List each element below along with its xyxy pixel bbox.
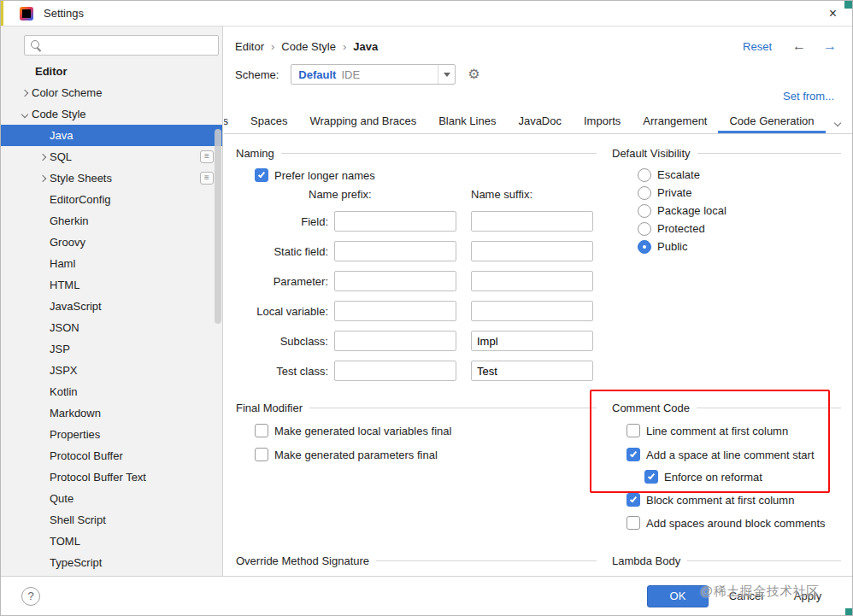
tab-javadoc[interactable]: JavaDoc <box>507 109 573 133</box>
sidebar-item-html[interactable]: HTML <box>1 274 222 296</box>
radio-button[interactable] <box>638 204 651 218</box>
chevron-down-icon[interactable] <box>18 112 32 117</box>
sidebar-item-java[interactable]: Java <box>1 125 222 146</box>
checkbox-add-space-at-line-comment-start[interactable]: Add a space at line comment start <box>612 447 841 462</box>
sidebar-item-jsp[interactable]: JSP <box>1 338 222 360</box>
checkbox-box[interactable] <box>627 516 640 530</box>
close-icon[interactable]: × <box>829 5 837 22</box>
sidebar-item-toml[interactable]: TOML <box>1 531 222 552</box>
sidebar-item-gherkin[interactable]: Gherkin <box>1 210 222 232</box>
field-suffix-input[interactable] <box>471 211 593 232</box>
sidebar-scrollbar[interactable] <box>215 129 221 324</box>
tab-spaces[interactable]: Spaces <box>239 109 298 133</box>
radio-escalate[interactable]: Escalate <box>612 166 841 184</box>
checkbox-label[interactable]: Make generated local variables final <box>274 425 451 437</box>
sidebar-item-editor[interactable]: Editor <box>1 61 222 82</box>
checkbox-add-spaces-around-block-comments[interactable]: Add spaces around block comments <box>612 515 841 531</box>
checkbox-label[interactable]: Enforce on reformat <box>664 471 762 484</box>
checkbox-block-comment-at-first-column[interactable]: Block comment at first column <box>612 492 841 507</box>
set-from-link[interactable]: Set from... <box>783 90 834 103</box>
radio-protected[interactable]: Protected <box>612 220 841 238</box>
subclass-suffix-input[interactable] <box>471 331 593 351</box>
help-icon[interactable]: ? <box>21 587 40 606</box>
field-prefix-input[interactable] <box>334 211 456 232</box>
local-variable-prefix-input[interactable] <box>334 301 456 321</box>
radio-private[interactable]: Private <box>612 184 841 202</box>
checkbox-label[interactable]: Add spaces around block comments <box>646 517 826 530</box>
tab-arrangement[interactable]: Arrangement <box>632 109 718 133</box>
test-class-suffix-input[interactable] <box>471 361 593 381</box>
checkbox-box[interactable] <box>627 424 640 437</box>
chevron-right-icon[interactable] <box>18 91 32 96</box>
sidebar-item-kotlin[interactable]: Kotlin <box>1 381 222 402</box>
parameter-prefix-input[interactable] <box>334 271 456 291</box>
checkbox-label[interactable]: Line comment at first column <box>646 425 788 437</box>
sidebar-item-haml[interactable]: Haml <box>1 253 222 274</box>
tab-code-generation[interactable]: Code Generation <box>718 109 825 133</box>
ok-button[interactable]: OK <box>647 585 709 607</box>
tab-tabs-and-indents[interactable]: Tabs and Indents <box>224 109 239 133</box>
back-arrow-icon[interactable]: ← <box>792 39 806 53</box>
radio-label[interactable]: Package local <box>657 204 727 217</box>
sidebar-item-shell-script[interactable]: Shell Script <box>1 509 222 531</box>
radio-package-local[interactable]: Package local <box>612 202 841 220</box>
sidebar-item-groovy[interactable]: Groovy <box>1 232 222 253</box>
sidebar-item-qute[interactable]: Qute <box>1 488 222 509</box>
tab-wrapping-and-braces[interactable]: Wrapping and Braces <box>298 109 427 133</box>
dropdown-arrow-icon[interactable] <box>438 65 455 84</box>
local-variable-suffix-input[interactable] <box>471 301 593 321</box>
sidebar-item-properties[interactable]: Properties <box>1 424 222 445</box>
checkbox-label[interactable]: Block comment at first column <box>646 494 794 507</box>
checkbox-box[interactable] <box>627 493 640 507</box>
static-field-suffix-input[interactable] <box>471 241 593 261</box>
checkbox-enforce-on-reformat[interactable]: Enforce on reformat <box>612 469 841 484</box>
sidebar-item-markdown[interactable]: Markdown <box>1 402 222 424</box>
test-class-prefix-input[interactable] <box>334 361 456 381</box>
sidebar-item-typescript[interactable]: TypeScript <box>1 552 222 573</box>
checkbox-box[interactable] <box>255 448 268 461</box>
radio-button[interactable] <box>638 168 651 182</box>
sidebar-item-protocol-buffer-text[interactable]: Protocol Buffer Text <box>1 466 222 488</box>
radio-button[interactable] <box>638 186 651 200</box>
parameter-suffix-input[interactable] <box>471 271 593 291</box>
radio-public[interactable]: Public <box>612 238 841 255</box>
radio-label[interactable]: Protected <box>657 222 705 235</box>
checkbox-box[interactable] <box>627 448 640 461</box>
sidebar-item-editorconfig[interactable]: EditorConfig <box>1 189 222 210</box>
chevron-right-icon[interactable] <box>36 155 50 160</box>
subclass-prefix-input[interactable] <box>334 331 456 351</box>
scheme-select[interactable]: Default IDE <box>291 64 456 85</box>
checkbox-label[interactable]: Add a space at line comment start <box>646 449 815 461</box>
search-input[interactable] <box>24 35 219 56</box>
chevron-right-icon[interactable] <box>36 176 50 181</box>
checkbox-line-comment-at-first-column[interactable]: Line comment at first column <box>612 423 841 438</box>
sidebar-item-style-sheets[interactable]: Style Sheets≡ <box>1 167 222 189</box>
forward-arrow-icon[interactable]: → <box>823 39 837 53</box>
gear-icon[interactable]: ⚙ <box>468 67 479 82</box>
checkbox-label[interactable]: Prefer longer names <box>274 169 375 182</box>
sidebar-item-javascript[interactable]: JavaScript <box>1 296 222 317</box>
sidebar-item-protocol-buffer[interactable]: Protocol Buffer <box>1 445 222 466</box>
sidebar-item-jspx[interactable]: JSPX <box>1 360 222 381</box>
tab-imports[interactable]: Imports <box>573 109 632 133</box>
checkbox-make-generated-parameters-final[interactable]: Make generated parameters final <box>236 447 597 462</box>
radio-label[interactable]: Public <box>657 240 687 253</box>
reset-link[interactable]: Reset <box>743 40 772 53</box>
sidebar-item-color-scheme[interactable]: Color Scheme <box>1 82 222 103</box>
apply-button[interactable]: Apply <box>784 585 832 607</box>
radio-button[interactable] <box>638 240 651 254</box>
tab-blank-lines[interactable]: Blank Lines <box>427 109 507 133</box>
sidebar-item-sql[interactable]: SQL≡ <box>1 146 222 167</box>
radio-label[interactable]: Escalate <box>657 168 700 181</box>
radio-label[interactable]: Private <box>657 186 691 199</box>
checkbox-prefer-longer-names[interactable]: Prefer longer names <box>236 167 597 183</box>
checkbox-label[interactable]: Make generated parameters final <box>274 449 438 461</box>
static-field-prefix-input[interactable] <box>334 241 456 261</box>
checkbox-make-generated-local-variables-final[interactable]: Make generated local variables final <box>236 423 597 438</box>
sidebar-item-json[interactable]: JSON <box>1 317 222 338</box>
checkbox-box[interactable] <box>255 168 268 182</box>
tabs-overflow-icon[interactable] <box>831 120 844 126</box>
checkbox-box[interactable] <box>644 470 658 484</box>
sidebar-item-code-style[interactable]: Code Style <box>1 103 222 125</box>
checkbox-box[interactable] <box>255 424 268 437</box>
